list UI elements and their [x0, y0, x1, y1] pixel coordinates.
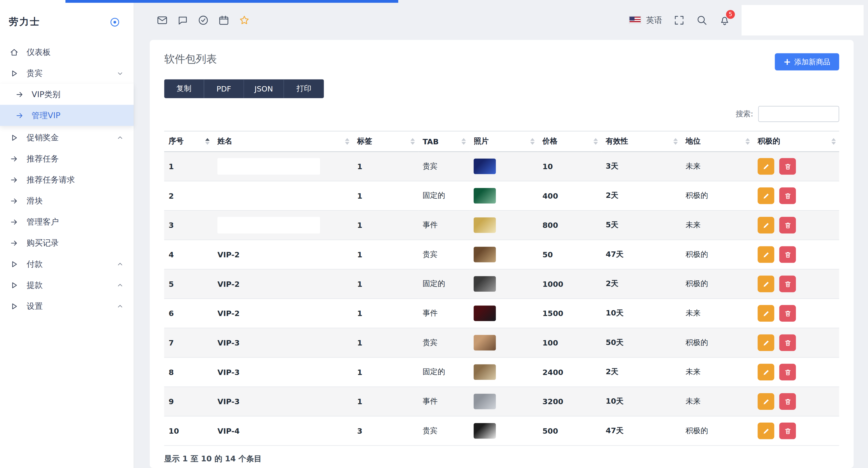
arrow-right-icon	[14, 89, 25, 99]
fullscreen-icon[interactable]	[674, 14, 685, 26]
cell-label: 1	[353, 269, 418, 299]
column-header-tab[interactable]: TAB	[418, 131, 469, 152]
cell-no: 4	[164, 240, 213, 269]
column-label: 姓名	[217, 136, 232, 145]
sidebar-item-settings[interactable]: 设置	[0, 295, 133, 316]
cell-name: VIP-3	[213, 357, 353, 387]
chat-icon[interactable]	[177, 14, 188, 26]
sidebar-toggle-icon[interactable]	[109, 17, 120, 27]
add-product-button[interactable]: + 添加新商品	[775, 53, 839, 70]
cell-label: 1	[353, 387, 418, 416]
sidebar-item-promotion-bonus[interactable]: 促销奖金	[0, 127, 133, 148]
search-row: 搜索:	[164, 106, 839, 122]
cell-name: VIP-3	[213, 387, 353, 416]
cell-tab: 固定的	[418, 181, 469, 211]
edit-button[interactable]	[757, 246, 774, 263]
column-header-price[interactable]: 价格	[538, 131, 601, 152]
sidebar-item-manage-customers[interactable]: 管理客户	[0, 211, 133, 232]
edit-button[interactable]	[757, 276, 774, 292]
sidebar-item-dashboard[interactable]: 仪表板	[0, 41, 133, 63]
notifications-bell-icon[interactable]: 5	[719, 14, 730, 26]
language-label[interactable]: 英语	[646, 14, 662, 25]
sidebar-item-vip[interactable]: 贵宾	[0, 63, 133, 84]
calendar-icon[interactable]	[218, 14, 229, 26]
sidebar-item-label: 仪表板	[27, 47, 51, 57]
edit-button[interactable]	[757, 364, 774, 380]
export-pdf-button[interactable]: PDF	[204, 79, 244, 98]
delete-button[interactable]	[779, 187, 796, 204]
edit-button[interactable]	[757, 158, 774, 175]
arrow-icon	[9, 217, 20, 227]
table-row: 5VIP-21固定的10002天积极的	[164, 269, 839, 299]
edit-button[interactable]	[757, 423, 774, 439]
export-print-button[interactable]: 打印	[284, 79, 324, 98]
product-photo	[474, 217, 496, 233]
cell-no: 3	[164, 211, 213, 240]
column-header-validity[interactable]: 有效性	[601, 131, 681, 152]
column-header-active[interactable]: 积极的	[753, 131, 839, 152]
column-label: 地位	[685, 136, 700, 145]
sidebar-item-referral-task-requests[interactable]: 推荐任务请求	[0, 169, 133, 190]
column-header-photo[interactable]: 照片	[469, 131, 538, 152]
cell-no: 10	[164, 416, 213, 446]
user-menu[interactable]	[742, 5, 864, 35]
edit-button[interactable]	[757, 217, 774, 233]
sidebar-item-referral-tasks[interactable]: 推荐任务	[0, 148, 133, 169]
sidebar-item-purchase-records[interactable]: 购买记录	[0, 232, 133, 253]
sidebar-item-label: 滑块	[27, 195, 43, 206]
sidebar-item-slider[interactable]: 滑块	[0, 190, 133, 211]
table-row: 4VIP-21贵宾5047天积极的	[164, 240, 839, 269]
cell-validity: 47天	[601, 416, 681, 446]
sidebar-item-label: 推荐任务请求	[27, 174, 75, 185]
column-header-label[interactable]: 标签	[353, 131, 418, 152]
mail-icon[interactable]	[156, 14, 168, 26]
cell-validity: 2天	[601, 181, 681, 211]
delete-button[interactable]	[779, 335, 796, 351]
delete-button[interactable]	[779, 246, 796, 263]
product-photo	[474, 247, 496, 262]
sidebar-subitem-manage-vip[interactable]: 管理VIP	[0, 105, 133, 126]
play-icon	[9, 68, 20, 79]
edit-button[interactable]	[757, 187, 774, 204]
notification-badge: 5	[726, 10, 735, 19]
delete-button[interactable]	[779, 305, 796, 322]
table-row: 6VIP-21事件150010天未来	[164, 299, 839, 328]
delete-button[interactable]	[779, 276, 796, 292]
export-button-group: 复制PDFJSON打印	[164, 79, 324, 98]
chevron-up-icon	[116, 281, 124, 289]
check-circle-icon[interactable]	[197, 14, 209, 26]
sort-carets-icon	[530, 138, 534, 145]
column-header-name[interactable]: 姓名	[213, 131, 353, 152]
product-photo	[474, 188, 496, 204]
product-photo	[474, 159, 496, 174]
cell-validity: 10天	[601, 299, 681, 328]
star-icon[interactable]	[239, 14, 250, 26]
edit-button[interactable]	[757, 305, 774, 322]
card-header: 软件包列表 + 添加新商品	[164, 52, 839, 70]
table-header-row: 序号姓名标签TAB照片价格有效性地位积极的	[164, 131, 839, 152]
delete-button[interactable]	[779, 393, 796, 410]
delete-button[interactable]	[779, 217, 796, 233]
export-json-button[interactable]: JSON	[244, 79, 284, 98]
chevron-up-icon	[116, 303, 124, 310]
arrow-icon	[9, 238, 20, 248]
edit-button[interactable]	[757, 335, 774, 351]
sidebar-item-withdrawals[interactable]: 提款	[0, 275, 133, 295]
search-input[interactable]	[758, 106, 839, 122]
sidebar-item-payments[interactable]: 付款	[0, 253, 133, 275]
topbar: 英语 5	[134, 0, 868, 40]
delete-button[interactable]	[779, 158, 796, 175]
cell-actions	[753, 269, 839, 299]
edit-button[interactable]	[757, 393, 774, 410]
delete-button[interactable]	[779, 364, 796, 380]
cell-validity: 47天	[601, 240, 681, 269]
product-photo	[474, 364, 496, 380]
sidebar-subitem-vip-categories[interactable]: VIP类别	[0, 84, 133, 105]
export-copy-button[interactable]: 复制	[164, 79, 204, 98]
table-row: 11贵宾103天未来	[164, 152, 839, 181]
search-icon[interactable]	[696, 14, 708, 26]
column-header-status[interactable]: 地位	[681, 131, 753, 152]
us-flag-icon[interactable]	[629, 16, 641, 24]
column-header-no[interactable]: 序号	[164, 131, 213, 152]
delete-button[interactable]	[779, 423, 796, 439]
